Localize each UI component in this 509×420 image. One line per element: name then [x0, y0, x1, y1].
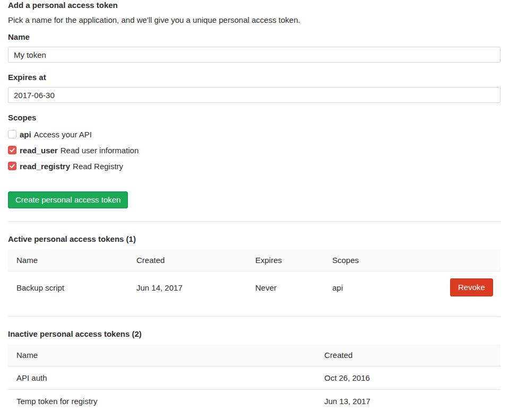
column-header-scopes: Scopes: [324, 250, 442, 272]
token-created-cell: Oct 26, 2016: [316, 366, 501, 390]
active-tokens-table: Name Created Expires Scopes Backup scrip…: [8, 250, 501, 303]
checkmark-icon: [9, 163, 15, 169]
scope-description: Read Registry: [73, 162, 123, 171]
personal-access-tokens-page: Add a personal access token Pick a name …: [0, 0, 509, 413]
token-name-input[interactable]: [8, 47, 501, 63]
create-token-button[interactable]: Create personal access token: [8, 191, 128, 208]
table-row: Temp token for registry Jun 13, 2017: [8, 390, 501, 413]
scope-description: Read user information: [61, 146, 139, 155]
active-table-header-row: Name Created Expires Scopes: [8, 250, 501, 272]
expires-at-input[interactable]: [8, 87, 501, 103]
name-form-group: Name: [8, 33, 501, 63]
scope-checkbox-read-registry[interactable]: [8, 162, 16, 170]
scope-checkbox-read-user[interactable]: [8, 146, 16, 154]
inactive-table-header-row: Name Created: [8, 345, 501, 366]
inactive-tokens-table: Name Created API auth Oct 26, 2016 Temp …: [8, 345, 501, 413]
expires-at-label: Expires at: [8, 73, 501, 82]
name-label: Name: [8, 33, 501, 41]
expires-form-group: Expires at: [8, 73, 501, 103]
token-expires-cell: Never: [247, 272, 324, 304]
column-header-actions: [442, 250, 501, 272]
section-divider: [8, 316, 501, 317]
scopes-form-group: Scopes api Access your API read_user Rea…: [8, 113, 501, 170]
revoke-button[interactable]: Revoke: [450, 278, 493, 296]
token-name-cell: Temp token for registry: [8, 390, 316, 413]
column-header-expires: Expires: [247, 250, 324, 272]
scope-name: read_user: [20, 146, 58, 155]
column-header-created: Created: [128, 250, 247, 272]
column-header-name: Name: [8, 345, 316, 366]
token-created-cell: Jun 14, 2017: [128, 272, 247, 304]
token-created-cell: Jun 13, 2017: [316, 390, 501, 413]
scope-row-read-registry[interactable]: read_registry Read Registry: [8, 162, 501, 170]
column-header-created: Created: [316, 345, 501, 366]
section-divider: [8, 221, 501, 222]
page-title: Add a personal access token: [8, 1, 501, 10]
table-row: API auth Oct 26, 2016: [8, 366, 501, 390]
token-name-cell: Backup script: [8, 272, 128, 304]
scope-name: read_registry: [20, 162, 70, 171]
scopes-label: Scopes: [8, 113, 501, 122]
table-row: Backup script Jun 14, 2017 Never api Rev…: [8, 272, 501, 304]
column-header-name: Name: [8, 250, 128, 272]
scope-checkbox-api[interactable]: [8, 130, 16, 138]
page-description: Pick a name for the application, and we'…: [8, 16, 501, 24]
scope-row-api[interactable]: api Access your API: [8, 130, 501, 138]
scope-description: Access your API: [34, 130, 92, 139]
token-name-cell: API auth: [8, 366, 316, 390]
scope-row-read-user[interactable]: read_user Read user information: [8, 146, 501, 154]
active-tokens-title: Active personal access tokens (1): [8, 234, 501, 243]
inactive-tokens-title: Inactive personal access tokens (2): [8, 329, 501, 338]
checkmark-icon: [9, 147, 15, 153]
token-action-cell: Revoke: [442, 272, 501, 304]
token-scopes-cell: api: [324, 272, 442, 304]
scope-name: api: [20, 130, 31, 139]
